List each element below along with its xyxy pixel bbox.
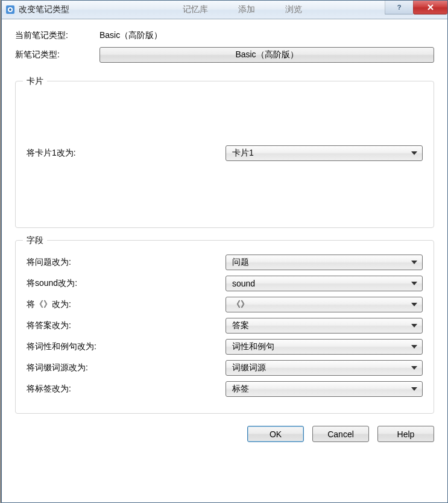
current-type-value: Basic（高阶版）	[99, 30, 162, 41]
chevron-down-icon	[411, 324, 417, 327]
bg-tab: 添加	[238, 4, 255, 15]
help-window-button[interactable]: ?	[385, 1, 413, 14]
titlebar: 改变笔记类型 记忆库 添加 浏览 ?	[2, 1, 447, 19]
field-mapping-value: 词性和例句	[232, 341, 274, 352]
field-mapping-row: 将sound改为: sound	[27, 276, 423, 291]
cancel-button[interactable]: Cancel	[312, 426, 369, 442]
field-mapping-row: 将标签改为: 标签	[27, 381, 423, 397]
dialog-button-bar: OK Cancel Help	[15, 426, 434, 442]
chevron-down-icon	[411, 261, 417, 264]
field-mapping-label: 将sound改为:	[27, 278, 226, 289]
field-mapping-value: 问题	[232, 257, 249, 268]
close-window-button[interactable]	[413, 1, 447, 14]
dialog-window: 改变笔记类型 记忆库 添加 浏览 ? 当前笔记类型: Basic（	[1, 0, 448, 503]
fields-legend: 字段	[23, 235, 47, 246]
field-mapping-label: 将标签改为:	[27, 384, 226, 394]
help-button[interactable]: Help	[377, 426, 434, 442]
card-mapping-row: 将卡片1改为: 卡片1	[27, 145, 423, 161]
svg-marker-12	[411, 366, 417, 370]
cancel-button-label: Cancel	[327, 429, 354, 439]
card-mapping-select[interactable]: 卡片1	[226, 145, 423, 161]
ok-button-label: OK	[270, 429, 282, 439]
svg-marker-8	[411, 282, 417, 285]
new-type-row: 新笔记类型: Basic（高阶版）	[15, 47, 434, 63]
field-mapping-label: 将词性和例句改为:	[27, 341, 226, 352]
svg-marker-6	[411, 151, 417, 155]
field-mapping-select[interactable]: 标签	[226, 381, 423, 397]
field-mapping-row: 将《》改为: 《》	[27, 297, 423, 312]
field-mapping-value: 答案	[232, 320, 249, 331]
question-mark-icon: ?	[396, 4, 403, 11]
svg-text:?: ?	[397, 4, 402, 11]
svg-marker-13	[411, 387, 417, 391]
field-mapping-row: 将词性和例句改为: 词性和例句	[27, 339, 423, 355]
help-button-label: Help	[397, 429, 415, 439]
bg-tab: 浏览	[285, 4, 302, 15]
field-mapping-select[interactable]: 《》	[226, 297, 423, 312]
new-type-label: 新笔记类型:	[15, 49, 99, 60]
current-type-row: 当前笔记类型: Basic（高阶版）	[15, 30, 434, 41]
svg-marker-10	[411, 324, 417, 327]
cards-legend: 卡片	[23, 76, 47, 87]
field-mapping-value: 词缀词源	[232, 362, 266, 373]
field-mapping-row: 将词缀词源改为: 词缀词源	[27, 360, 423, 376]
app-icon	[5, 5, 15, 14]
field-mapping-row: 将答案改为: 答案	[27, 318, 423, 334]
field-mapping-label: 将词缀词源改为:	[27, 362, 226, 373]
current-type-label: 当前笔记类型:	[15, 30, 99, 41]
field-mapping-value: 标签	[232, 384, 249, 394]
card-mapping-value: 卡片1	[232, 148, 254, 159]
window-controls: ?	[385, 1, 447, 14]
chevron-down-icon	[411, 303, 417, 306]
chevron-down-icon	[411, 151, 417, 155]
field-mapping-value: 《》	[232, 299, 249, 310]
chevron-down-icon	[411, 282, 417, 285]
background-tabs-shadow: 记忆库 添加 浏览	[183, 1, 302, 19]
svg-marker-7	[411, 261, 417, 264]
svg-point-2	[9, 8, 11, 11]
field-mapping-label: 将答案改为:	[27, 320, 226, 331]
new-type-button-label: Basic（高阶版）	[235, 49, 298, 60]
field-mapping-row: 将问题改为: 问题	[27, 255, 423, 270]
svg-marker-11	[411, 345, 417, 349]
new-type-button[interactable]: Basic（高阶版）	[99, 47, 434, 63]
field-mapping-select[interactable]: 词缀词源	[226, 360, 423, 376]
window-title: 改变笔记类型	[19, 4, 69, 15]
close-icon	[427, 4, 434, 11]
field-mapping-select[interactable]: 问题	[226, 255, 423, 270]
chevron-down-icon	[411, 345, 417, 349]
svg-marker-9	[411, 303, 417, 306]
field-mapping-value: sound	[232, 279, 255, 288]
cards-groupbox: 卡片 将卡片1改为: 卡片1	[15, 81, 434, 228]
field-mapping-label: 将《》改为:	[27, 299, 226, 310]
bg-tab: 记忆库	[183, 4, 208, 15]
ok-button[interactable]: OK	[247, 426, 304, 442]
field-mapping-select[interactable]: sound	[226, 276, 423, 291]
chevron-down-icon	[411, 387, 417, 391]
chevron-down-icon	[411, 366, 417, 370]
card-mapping-label: 将卡片1改为:	[27, 148, 226, 159]
dialog-content: 当前笔记类型: Basic（高阶版） 新笔记类型: Basic（高阶版） 卡片 …	[2, 19, 447, 502]
field-mapping-select[interactable]: 词性和例句	[226, 339, 423, 355]
field-mapping-label: 将问题改为:	[27, 257, 226, 268]
field-mapping-select[interactable]: 答案	[226, 318, 423, 334]
fields-groupbox: 字段 将问题改为: 问题 将sound改为: sound 将《》改为: 《》	[15, 240, 434, 414]
